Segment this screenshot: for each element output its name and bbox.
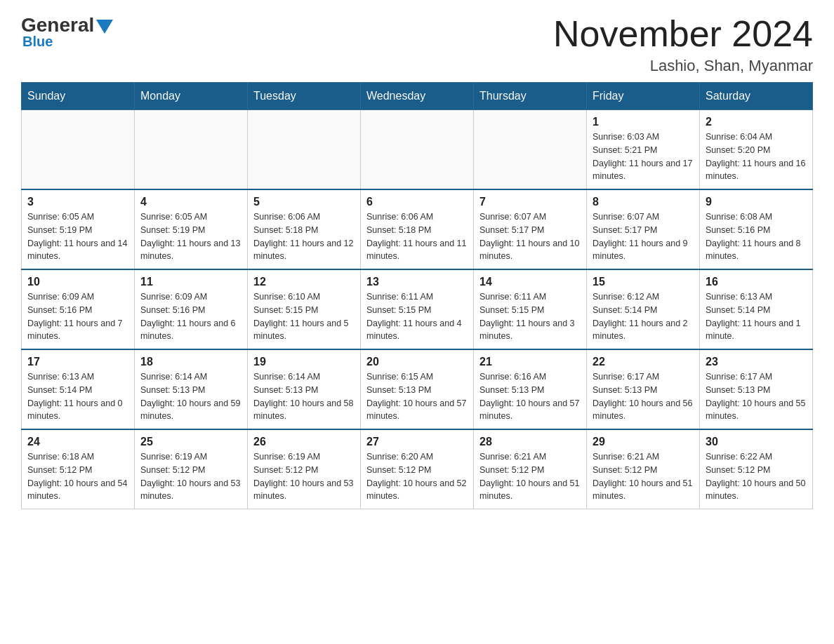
header-cell-sunday: Sunday xyxy=(22,83,135,110)
calendar-cell xyxy=(248,110,361,190)
calendar-week-0: 1Sunrise: 6:03 AMSunset: 5:21 PMDaylight… xyxy=(22,110,813,190)
day-info: Sunrise: 6:21 AMSunset: 5:12 PMDaylight:… xyxy=(593,450,694,503)
calendar-week-1: 3Sunrise: 6:05 AMSunset: 5:19 PMDaylight… xyxy=(22,189,813,269)
day-number: 18 xyxy=(140,356,241,368)
day-info: Sunrise: 6:21 AMSunset: 5:12 PMDaylight:… xyxy=(479,450,581,503)
calendar-cell: 28Sunrise: 6:21 AMSunset: 5:12 PMDayligh… xyxy=(474,429,587,509)
day-info: Sunrise: 6:17 AMSunset: 5:13 PMDaylight:… xyxy=(593,370,694,423)
calendar-cell: 24Sunrise: 6:18 AMSunset: 5:12 PMDayligh… xyxy=(22,429,135,509)
day-info: Sunrise: 6:07 AMSunset: 5:17 PMDaylight:… xyxy=(479,210,581,263)
day-number: 28 xyxy=(479,436,581,448)
day-info: Sunrise: 6:18 AMSunset: 5:12 PMDaylight:… xyxy=(27,450,128,503)
day-number: 1 xyxy=(593,116,694,128)
calendar-cell xyxy=(22,110,135,190)
calendar-header: SundayMondayTuesdayWednesdayThursdayFrid… xyxy=(22,83,813,110)
calendar-cell: 19Sunrise: 6:14 AMSunset: 5:13 PMDayligh… xyxy=(248,349,361,429)
day-number: 25 xyxy=(140,436,241,448)
day-number: 22 xyxy=(593,356,694,368)
day-info: Sunrise: 6:05 AMSunset: 5:19 PMDaylight:… xyxy=(27,210,128,263)
calendar: SundayMondayTuesdayWednesdayThursdayFrid… xyxy=(21,82,813,509)
calendar-cell xyxy=(474,110,587,190)
header-cell-friday: Friday xyxy=(587,83,700,110)
day-number: 27 xyxy=(366,436,468,448)
day-number: 23 xyxy=(706,356,807,368)
subtitle: Lashio, Shan, Myanmar xyxy=(553,57,813,75)
header-cell-saturday: Saturday xyxy=(700,83,813,110)
calendar-cell: 27Sunrise: 6:20 AMSunset: 5:12 PMDayligh… xyxy=(361,429,474,509)
day-number: 9 xyxy=(706,196,807,208)
day-info: Sunrise: 6:16 AMSunset: 5:13 PMDaylight:… xyxy=(479,370,581,423)
day-info: Sunrise: 6:13 AMSunset: 5:14 PMDaylight:… xyxy=(27,370,128,423)
header-row: SundayMondayTuesdayWednesdayThursdayFrid… xyxy=(22,83,813,110)
calendar-week-3: 17Sunrise: 6:13 AMSunset: 5:14 PMDayligh… xyxy=(22,349,813,429)
calendar-cell: 5Sunrise: 6:06 AMSunset: 5:18 PMDaylight… xyxy=(248,189,361,269)
day-info: Sunrise: 6:09 AMSunset: 5:16 PMDaylight:… xyxy=(140,290,241,343)
day-info: Sunrise: 6:15 AMSunset: 5:13 PMDaylight:… xyxy=(366,370,468,423)
day-info: Sunrise: 6:10 AMSunset: 5:15 PMDaylight:… xyxy=(253,290,355,343)
day-info: Sunrise: 6:06 AMSunset: 5:18 PMDaylight:… xyxy=(366,210,468,263)
calendar-cell: 16Sunrise: 6:13 AMSunset: 5:14 PMDayligh… xyxy=(700,269,813,349)
calendar-cell: 2Sunrise: 6:04 AMSunset: 5:20 PMDaylight… xyxy=(700,110,813,190)
day-number: 7 xyxy=(479,196,581,208)
calendar-week-4: 24Sunrise: 6:18 AMSunset: 5:12 PMDayligh… xyxy=(22,429,813,509)
calendar-cell: 29Sunrise: 6:21 AMSunset: 5:12 PMDayligh… xyxy=(587,429,700,509)
day-number: 13 xyxy=(366,276,468,288)
day-info: Sunrise: 6:09 AMSunset: 5:16 PMDaylight:… xyxy=(27,290,128,343)
header-cell-thursday: Thursday xyxy=(474,83,587,110)
day-info: Sunrise: 6:03 AMSunset: 5:21 PMDaylight:… xyxy=(593,130,694,183)
day-info: Sunrise: 6:17 AMSunset: 5:13 PMDaylight:… xyxy=(706,370,807,423)
day-info: Sunrise: 6:11 AMSunset: 5:15 PMDaylight:… xyxy=(479,290,581,343)
day-info: Sunrise: 6:07 AMSunset: 5:17 PMDaylight:… xyxy=(593,210,694,263)
calendar-cell: 20Sunrise: 6:15 AMSunset: 5:13 PMDayligh… xyxy=(361,349,474,429)
day-info: Sunrise: 6:12 AMSunset: 5:14 PMDaylight:… xyxy=(593,290,694,343)
header-cell-tuesday: Tuesday xyxy=(248,83,361,110)
calendar-cell: 22Sunrise: 6:17 AMSunset: 5:13 PMDayligh… xyxy=(587,349,700,429)
day-number: 14 xyxy=(479,276,581,288)
calendar-cell: 8Sunrise: 6:07 AMSunset: 5:17 PMDaylight… xyxy=(587,189,700,269)
calendar-cell: 23Sunrise: 6:17 AMSunset: 5:13 PMDayligh… xyxy=(700,349,813,429)
calendar-cell: 7Sunrise: 6:07 AMSunset: 5:17 PMDaylight… xyxy=(474,189,587,269)
logo: General Blue xyxy=(21,14,113,50)
day-number: 29 xyxy=(593,436,694,448)
day-number: 30 xyxy=(706,436,807,448)
calendar-body: 1Sunrise: 6:03 AMSunset: 5:21 PMDaylight… xyxy=(22,110,813,509)
day-info: Sunrise: 6:13 AMSunset: 5:14 PMDaylight:… xyxy=(706,290,807,343)
calendar-cell: 13Sunrise: 6:11 AMSunset: 5:15 PMDayligh… xyxy=(361,269,474,349)
day-number: 11 xyxy=(140,276,241,288)
day-info: Sunrise: 6:20 AMSunset: 5:12 PMDaylight:… xyxy=(366,450,468,503)
day-info: Sunrise: 6:04 AMSunset: 5:20 PMDaylight:… xyxy=(706,130,807,183)
day-info: Sunrise: 6:06 AMSunset: 5:18 PMDaylight:… xyxy=(253,210,355,263)
day-number: 4 xyxy=(140,196,241,208)
calendar-cell: 14Sunrise: 6:11 AMSunset: 5:15 PMDayligh… xyxy=(474,269,587,349)
day-number: 26 xyxy=(253,436,355,448)
day-number: 12 xyxy=(253,276,355,288)
day-number: 24 xyxy=(27,436,128,448)
calendar-cell: 30Sunrise: 6:22 AMSunset: 5:12 PMDayligh… xyxy=(700,429,813,509)
day-number: 8 xyxy=(593,196,694,208)
day-info: Sunrise: 6:05 AMSunset: 5:19 PMDaylight:… xyxy=(140,210,241,263)
calendar-cell: 12Sunrise: 6:10 AMSunset: 5:15 PMDayligh… xyxy=(248,269,361,349)
day-info: Sunrise: 6:19 AMSunset: 5:12 PMDaylight:… xyxy=(140,450,241,503)
day-number: 10 xyxy=(27,276,128,288)
calendar-cell xyxy=(135,110,248,190)
calendar-cell: 1Sunrise: 6:03 AMSunset: 5:21 PMDaylight… xyxy=(587,110,700,190)
calendar-cell: 25Sunrise: 6:19 AMSunset: 5:12 PMDayligh… xyxy=(135,429,248,509)
logo-blue: Blue xyxy=(22,34,53,50)
day-number: 2 xyxy=(706,116,807,128)
calendar-cell: 4Sunrise: 6:05 AMSunset: 5:19 PMDaylight… xyxy=(135,189,248,269)
calendar-cell: 17Sunrise: 6:13 AMSunset: 5:14 PMDayligh… xyxy=(22,349,135,429)
logo-triangle-icon xyxy=(96,20,113,34)
day-info: Sunrise: 6:22 AMSunset: 5:12 PMDaylight:… xyxy=(706,450,807,503)
calendar-cell: 15Sunrise: 6:12 AMSunset: 5:14 PMDayligh… xyxy=(587,269,700,349)
day-number: 5 xyxy=(253,196,355,208)
header-cell-monday: Monday xyxy=(135,83,248,110)
day-number: 6 xyxy=(366,196,468,208)
calendar-cell: 10Sunrise: 6:09 AMSunset: 5:16 PMDayligh… xyxy=(22,269,135,349)
calendar-cell: 18Sunrise: 6:14 AMSunset: 5:13 PMDayligh… xyxy=(135,349,248,429)
day-number: 17 xyxy=(27,356,128,368)
calendar-cell: 6Sunrise: 6:06 AMSunset: 5:18 PMDaylight… xyxy=(361,189,474,269)
title-area: November 2024 Lashio, Shan, Myanmar xyxy=(553,14,813,75)
calendar-cell: 21Sunrise: 6:16 AMSunset: 5:13 PMDayligh… xyxy=(474,349,587,429)
day-number: 15 xyxy=(593,276,694,288)
day-info: Sunrise: 6:14 AMSunset: 5:13 PMDaylight:… xyxy=(253,370,355,423)
